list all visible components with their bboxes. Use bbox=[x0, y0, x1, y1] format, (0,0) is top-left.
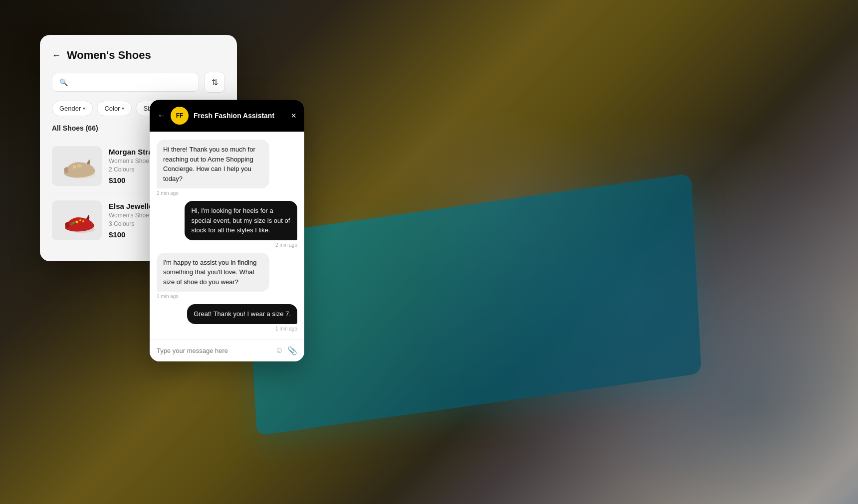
filter-sort-button[interactable]: ⇅ bbox=[204, 72, 225, 93]
svg-point-6 bbox=[79, 219, 81, 221]
message-text-2: Hi, I'm looking for heels for a special … bbox=[185, 201, 297, 240]
product-panel-header: ← Women's Shoes bbox=[52, 49, 225, 62]
emoji-icon: ☺ bbox=[275, 346, 283, 354]
filter-gender[interactable]: Gender ▾ bbox=[52, 101, 93, 116]
svg-point-3 bbox=[74, 167, 75, 168]
product-image-1 bbox=[52, 146, 102, 186]
message-text-4: Great! Thank you! I wear a size 7. bbox=[187, 304, 297, 324]
chat-header: ← FF Fresh Fashion Assistant × bbox=[150, 100, 304, 132]
search-row: 🔍 ⇅ bbox=[52, 72, 225, 93]
product-back-button[interactable]: ← bbox=[52, 50, 61, 61]
message-text-1: Hi there! Thank you so much for reaching… bbox=[157, 140, 269, 188]
product-image-2 bbox=[52, 200, 102, 240]
chevron-down-icon: ▾ bbox=[83, 106, 85, 111]
message-time-3: 1 min ago bbox=[157, 294, 269, 299]
search-box[interactable]: 🔍 bbox=[52, 73, 199, 92]
chevron-down-icon: ▾ bbox=[122, 106, 124, 111]
svg-point-7 bbox=[82, 220, 84, 222]
message-time-4: 1 min ago bbox=[187, 326, 297, 332]
search-input[interactable] bbox=[72, 78, 192, 86]
svg-point-5 bbox=[76, 221, 78, 223]
chat-title: Fresh Fashion Assistant bbox=[194, 112, 286, 120]
svg-point-1 bbox=[77, 165, 82, 168]
message-time-2: 2 min ago bbox=[185, 242, 297, 248]
attachment-icon: 📎 bbox=[287, 346, 297, 355]
emoji-button[interactable]: ☺ bbox=[275, 346, 283, 355]
message-text-3: I'm happy to assist you in finding somet… bbox=[157, 253, 269, 292]
chat-input-row: ☺ 📎 bbox=[150, 339, 304, 361]
chat-messages: Hi there! Thank you so much for reaching… bbox=[150, 132, 304, 339]
avatar: FF bbox=[171, 107, 189, 125]
message-2: Hi, I'm looking for heels for a special … bbox=[185, 201, 297, 248]
attachment-button[interactable]: 📎 bbox=[287, 346, 297, 355]
message-1: Hi there! Thank you so much for reaching… bbox=[157, 140, 269, 196]
filter-color-label: Color bbox=[104, 105, 120, 112]
close-button[interactable]: × bbox=[291, 111, 296, 120]
product-panel-title: Women's Shoes bbox=[67, 49, 151, 62]
filter-sort-icon: ⇅ bbox=[212, 78, 218, 87]
chat-input[interactable] bbox=[157, 347, 271, 354]
message-3: I'm happy to assist you in finding somet… bbox=[157, 253, 269, 300]
message-4: Great! Thank you! I wear a size 7. 1 min… bbox=[187, 304, 297, 332]
filter-color[interactable]: Color ▾ bbox=[97, 101, 132, 116]
search-icon: 🔍 bbox=[59, 78, 68, 86]
message-time-1: 2 min ago bbox=[157, 190, 269, 196]
filter-gender-label: Gender bbox=[59, 105, 81, 112]
chat-panel: ← FF Fresh Fashion Assistant × Hi there!… bbox=[150, 100, 304, 361]
chat-back-button[interactable]: ← bbox=[158, 111, 166, 120]
